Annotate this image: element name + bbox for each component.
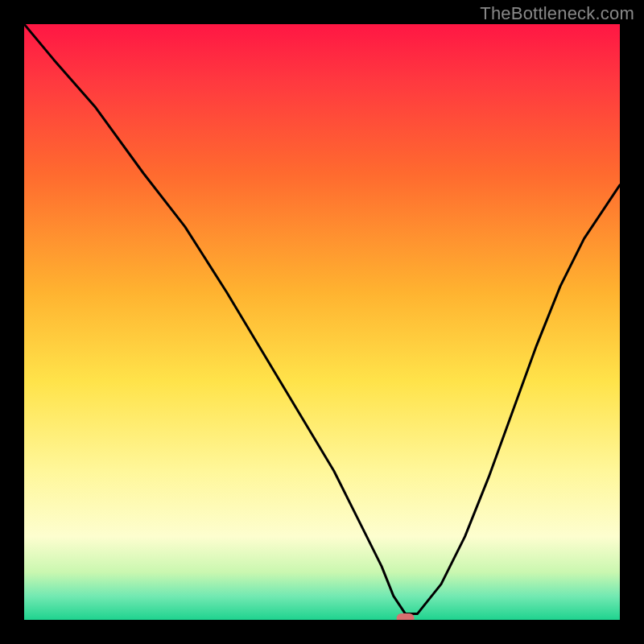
bottleneck-chart-svg <box>24 24 620 620</box>
optimum-marker <box>397 613 415 620</box>
chart-frame: TheBottleneck.com <box>0 0 644 644</box>
gradient-background <box>24 24 620 620</box>
watermark-text: TheBottleneck.com <box>480 3 634 24</box>
plot-area <box>24 24 620 620</box>
